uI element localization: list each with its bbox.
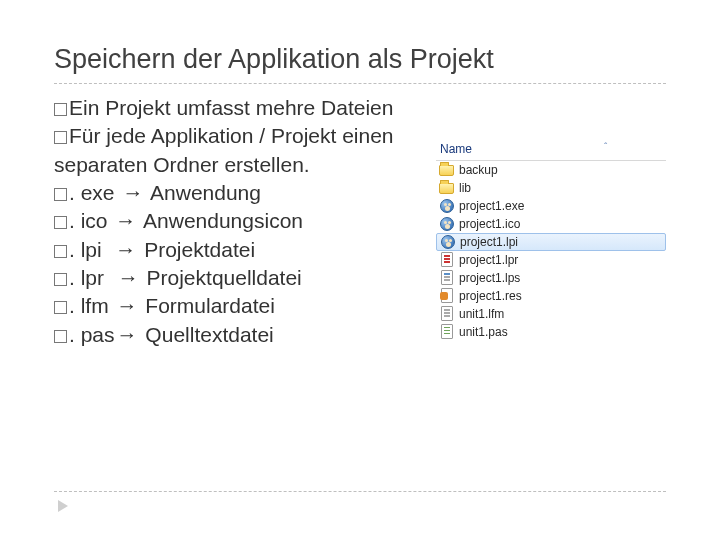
folder-item[interactable]: lib bbox=[436, 179, 666, 197]
resource-file-icon bbox=[439, 288, 454, 303]
arrow-icon: → bbox=[113, 209, 138, 232]
file-name-label: project1.lps bbox=[459, 271, 520, 285]
slide-title: Speichern der Applikation als Projekt bbox=[54, 44, 666, 84]
file-name-label: unit1.pas bbox=[459, 325, 508, 339]
session-file-icon bbox=[439, 270, 454, 285]
square-bullet-icon bbox=[54, 103, 67, 116]
bullet-item: . lpr → Projektquelldatei bbox=[54, 264, 420, 292]
bullet-item: Für jede Applikation / Projekt einen sep… bbox=[54, 122, 420, 179]
file-item[interactable]: project1.ico bbox=[436, 215, 666, 233]
arrow-icon: → bbox=[116, 266, 141, 289]
square-bullet-icon bbox=[54, 188, 67, 201]
file-list: backuplibproject1.exeproject1.icoproject… bbox=[436, 161, 666, 341]
file-name-label: project1.lpr bbox=[459, 253, 518, 267]
arrow-icon: → bbox=[115, 294, 140, 317]
file-item[interactable]: project1.lpi bbox=[436, 233, 666, 251]
bullet-item: . ico → Anwendungsicon bbox=[54, 207, 420, 235]
bullet-item: Ein Projekt umfasst mehre Dateien bbox=[54, 94, 420, 122]
arrow-icon: → bbox=[115, 323, 140, 346]
file-item[interactable]: project1.lps bbox=[436, 269, 666, 287]
lazarus-paw-icon bbox=[440, 235, 455, 250]
folder-icon bbox=[439, 162, 454, 177]
arrow-icon: → bbox=[120, 181, 145, 204]
file-name-label: project1.exe bbox=[459, 199, 524, 213]
square-bullet-icon bbox=[54, 131, 67, 144]
folder-icon bbox=[439, 180, 454, 195]
file-name-label: project1.lpi bbox=[460, 235, 518, 249]
pascal-file-icon bbox=[439, 324, 454, 339]
column-header-name[interactable]: Name ˆ bbox=[436, 140, 666, 161]
form-file-icon bbox=[439, 306, 454, 321]
bullet-item: . pas→ Quelltextdatei bbox=[54, 321, 420, 349]
file-name-label: project1.res bbox=[459, 289, 522, 303]
lazarus-paw-icon bbox=[439, 216, 454, 231]
file-explorer: Name ˆ backuplibproject1.exeproject1.ico… bbox=[436, 94, 666, 349]
file-name-label: project1.ico bbox=[459, 217, 520, 231]
bullet-item: . lpi → Projektdatei bbox=[54, 236, 420, 264]
lazarus-paw-icon bbox=[439, 198, 454, 213]
footer-divider bbox=[54, 491, 666, 492]
file-item[interactable]: unit1.pas bbox=[436, 323, 666, 341]
square-bullet-icon bbox=[54, 245, 67, 258]
next-arrow-icon bbox=[58, 500, 68, 512]
sort-ascending-icon: ˆ bbox=[604, 142, 607, 153]
bullet-item: . lfm → Formulardatei bbox=[54, 292, 420, 320]
source-file-icon bbox=[439, 252, 454, 267]
arrow-icon: → bbox=[113, 238, 138, 261]
square-bullet-icon bbox=[54, 301, 67, 314]
file-name-label: lib bbox=[459, 181, 471, 195]
file-item[interactable]: unit1.lfm bbox=[436, 305, 666, 323]
file-item[interactable]: project1.res bbox=[436, 287, 666, 305]
file-item[interactable]: project1.lpr bbox=[436, 251, 666, 269]
square-bullet-icon bbox=[54, 273, 67, 286]
file-item[interactable]: project1.exe bbox=[436, 197, 666, 215]
square-bullet-icon bbox=[54, 216, 67, 229]
file-name-label: backup bbox=[459, 163, 498, 177]
square-bullet-icon bbox=[54, 330, 67, 343]
folder-item[interactable]: backup bbox=[436, 161, 666, 179]
bullet-item: . exe → Anwendung bbox=[54, 179, 420, 207]
file-name-label: unit1.lfm bbox=[459, 307, 504, 321]
bullet-list: Ein Projekt umfasst mehre Dateien Für je… bbox=[54, 94, 420, 349]
